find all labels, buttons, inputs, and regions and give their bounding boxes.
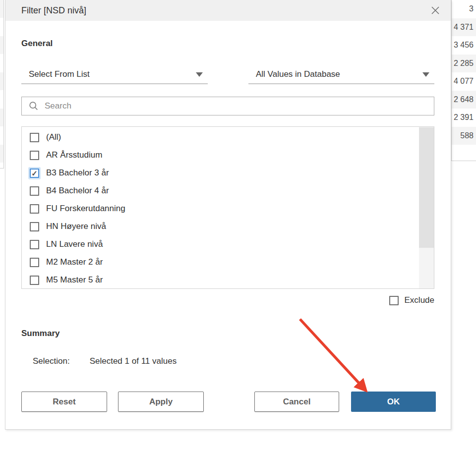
exclude-checkbox[interactable]: [389, 296, 399, 305]
background-table-value: 4 077: [452, 72, 476, 91]
filter-item-label: FU Forskerutdanning: [46, 204, 125, 214]
filter-item-label: (All): [46, 132, 61, 142]
reset-button[interactable]: Reset: [21, 392, 107, 412]
filter-list-item[interactable]: LN Lavere nivå: [22, 235, 418, 253]
exclude-label: Exclude: [405, 295, 434, 305]
background-table-value: 2 285: [452, 55, 476, 73]
search-box[interactable]: [21, 97, 434, 115]
item-checkbox[interactable]: [30, 133, 39, 142]
filter-list-item[interactable]: M5 Master 5 år: [22, 271, 418, 289]
background-table-left-sliver: [0, 0, 4, 169]
item-checkbox[interactable]: [30, 222, 39, 231]
filter-item-label: AR Årsstudium: [46, 150, 102, 160]
background-table-value: 588: [452, 127, 476, 145]
background-table-value: 4 371: [452, 18, 476, 37]
list-scrollbar[interactable]: [419, 127, 434, 288]
filter-item-label: B4 Bachelor 4 år: [46, 186, 109, 196]
screen: 34 3713 4562 2854 0772 6482 391588 Filte…: [0, 0, 476, 450]
filter-list-item[interactable]: (All): [22, 128, 418, 146]
search-icon: [29, 101, 39, 111]
exclude-option[interactable]: Exclude: [389, 295, 434, 305]
item-checkbox[interactable]: [30, 151, 39, 160]
filter-list-item[interactable]: B4 Bachelor 4 år: [22, 182, 418, 200]
apply-button[interactable]: Apply: [118, 392, 204, 412]
selection-mode-dropdown[interactable]: Select From List: [21, 65, 208, 84]
filter-list-item[interactable]: AR Årsstudium: [22, 146, 418, 164]
filter-item-label: HN Høyere nivå: [46, 222, 106, 231]
caret-down-icon: [196, 72, 203, 77]
dialog-title: Filter [NSD nivå]: [5, 5, 86, 16]
value-scope-value: All Values in Database: [256, 69, 340, 79]
item-checkbox[interactable]: [30, 258, 39, 267]
background-table-value: 3 456: [452, 36, 476, 55]
filter-list-item[interactable]: ✓B3 Bachelor 3 år: [22, 164, 418, 182]
filter-dialog: Filter [NSD nivå] General Select From Li…: [5, 0, 451, 430]
filter-list-item[interactable]: HN Høyere nivå: [22, 218, 418, 235]
item-checkbox[interactable]: [30, 204, 39, 214]
filter-list-item[interactable]: FU Forskerutdanning: [22, 200, 418, 218]
cancel-button[interactable]: Cancel: [254, 392, 339, 412]
value-scope-dropdown[interactable]: All Values in Database: [248, 65, 434, 84]
selection-label: Selection:: [33, 356, 70, 366]
search-input[interactable]: [45, 101, 434, 111]
caret-down-icon: [422, 72, 429, 77]
close-icon[interactable]: [429, 4, 442, 17]
background-table-value: 2 391: [452, 109, 476, 127]
selection-mode-value: Select From List: [29, 69, 90, 79]
summary-section-label: Summary: [21, 329, 60, 338]
filter-list-item[interactable]: M2 Master 2 år: [22, 253, 418, 271]
item-checkbox-checked[interactable]: ✓: [30, 169, 39, 178]
background-table-value: 2 648: [452, 91, 476, 109]
item-checkbox[interactable]: [30, 276, 39, 285]
selection-value: Selected 1 of 11 values: [90, 356, 177, 366]
filter-item-label: LN Lavere nivå: [46, 239, 103, 249]
background-table-right-column: 34 3713 4562 2854 0772 6482 391588: [451, 0, 476, 161]
filter-item-label: M5 Master 5 år: [46, 275, 103, 285]
dialog-header[interactable]: Filter [NSD nivå]: [5, 0, 451, 21]
filter-values-list: (All)AR Årsstudium✓B3 Bachelor 3 årB4 Ba…: [21, 126, 434, 289]
item-checkbox[interactable]: [30, 186, 39, 196]
background-table-value: 3: [452, 0, 476, 18]
selection-summary: Selection: Selected 1 of 11 values: [33, 356, 177, 366]
general-section-label: General: [21, 39, 53, 49]
filter-item-label: B3 Bachelor 3 år: [46, 168, 109, 178]
scrollbar-thumb[interactable]: [419, 127, 434, 248]
filter-item-label: M2 Master 2 år: [46, 257, 103, 267]
item-checkbox[interactable]: [30, 240, 39, 249]
ok-button[interactable]: OK: [351, 392, 436, 412]
